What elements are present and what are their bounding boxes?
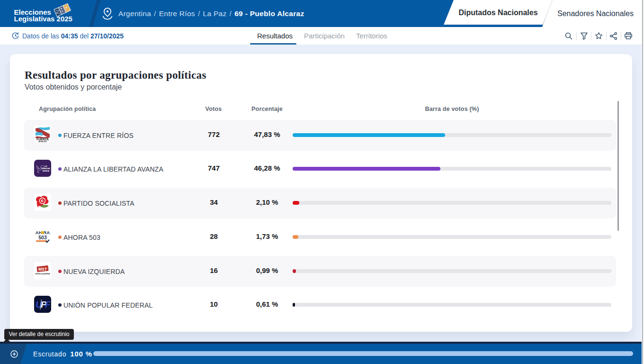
svg-text:ENTRE RÍOS: ENTRE RÍOS: [38, 140, 47, 143]
svg-text:FUERZA: FUERZA: [36, 137, 49, 141]
svg-text:LIBERTAD: LIBERTAD: [42, 168, 50, 170]
svg-text:MST: MST: [38, 267, 47, 272]
svg-text:F: F: [45, 300, 51, 309]
svg-text:NUEVA IZQUIERDA: NUEVA IZQUIERDA: [35, 273, 50, 275]
svg-text:LA: LA: [45, 165, 47, 167]
svg-text:503: 503: [38, 235, 47, 240]
svg-text:AVANZA: AVANZA: [43, 170, 50, 172]
